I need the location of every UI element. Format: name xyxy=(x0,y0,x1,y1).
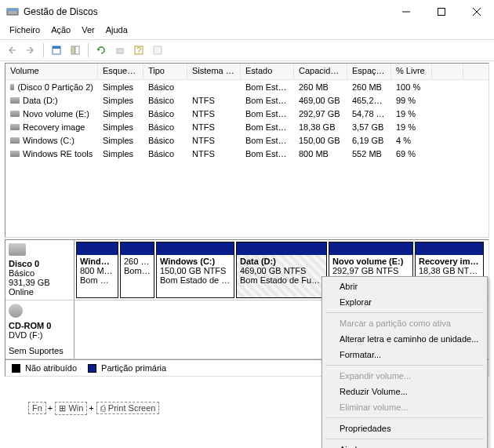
cell-layout: Simples xyxy=(98,148,143,159)
partition[interactable]: 260 MBBom Est xyxy=(120,242,154,298)
volume-name: Novo volume (E:) xyxy=(23,109,89,118)
cell-status: Bom Estad... xyxy=(241,108,294,119)
maximize-button[interactable] xyxy=(423,0,459,24)
forward-button[interactable] xyxy=(22,42,39,59)
partition[interactable]: Data (D:)469,00 GB NTFSBom Estado de Fun… xyxy=(236,242,327,298)
partition-status: Bom Estado de Func xyxy=(160,275,231,285)
volume-row[interactable]: (Disco 0 Partição 2)SimplesBásicoBom Est… xyxy=(5,80,489,93)
ctx-explore[interactable]: Explorar xyxy=(324,294,485,310)
volume-name: (Disco 0 Partição 2) xyxy=(17,82,93,92)
volume-list: Volume Esquema Tipo Sistema de ... Estad… xyxy=(5,63,489,238)
cell-status: Bom Estad... xyxy=(241,82,294,93)
back-button[interactable] xyxy=(3,42,20,59)
cell-layout: Simples xyxy=(98,122,143,133)
menu-file[interactable]: Ficheiro xyxy=(5,24,45,39)
properties-button[interactable] xyxy=(67,42,84,59)
close-button[interactable] xyxy=(459,0,494,24)
cell-capacity: 469,00 GB xyxy=(294,95,347,106)
partition[interactable]: Windows800 MB NBom Estac xyxy=(76,242,118,298)
partition-bar xyxy=(329,242,412,255)
ctx-change-letter[interactable]: Alterar letra e caminho de unidade... xyxy=(324,331,485,347)
cell-free: 3,57 GB xyxy=(347,122,391,133)
menu-view[interactable]: Ver xyxy=(77,24,100,39)
cell-free: 465,29 GB xyxy=(347,95,391,106)
ctx-format[interactable]: Formatar... xyxy=(324,347,485,362)
volume-icon xyxy=(10,124,20,130)
cell-type: Básico xyxy=(143,108,187,119)
volume-row[interactable]: Novo volume (E:)SimplesBásicoNTFSBom Est… xyxy=(5,107,489,120)
cell-fs: NTFS xyxy=(187,122,241,133)
disk-icon xyxy=(9,243,26,256)
rescan-button[interactable] xyxy=(93,42,110,59)
cell-capacity: 150,00 GB xyxy=(294,135,347,146)
partition-status: Bom Est xyxy=(124,266,151,275)
cdrom-sub: DVD (F:) xyxy=(9,330,71,340)
col-volume[interactable]: Volume xyxy=(5,64,98,79)
legend-primary: Partição primária xyxy=(101,363,166,373)
col-free[interactable]: Espaço ... xyxy=(347,64,391,79)
ctx-properties[interactable]: Propriedades xyxy=(324,421,485,436)
ctx-reduce[interactable]: Reduzir Volume... xyxy=(324,384,485,399)
ctx-open[interactable]: Abrir xyxy=(324,279,485,294)
help-button[interactable]: ? xyxy=(130,42,147,59)
col-capacity[interactable]: Capacidade xyxy=(294,64,347,79)
svg-rect-7 xyxy=(53,46,60,49)
volume-icon xyxy=(10,111,20,117)
partition-name: Windows (C:) xyxy=(160,257,231,266)
window-title: Gestão de Discos xyxy=(24,6,98,17)
volume-row[interactable]: Windows (C:)SimplesBásicoNTFSBom Estad..… xyxy=(5,133,489,147)
cell-pct: 4 % xyxy=(391,135,432,146)
partition-bar xyxy=(77,242,118,255)
volume-row[interactable]: Recovery imageSimplesBásicoNTFSBom Estad… xyxy=(5,120,489,133)
menu-bar: Ficheiro Ação Ver Ajuda xyxy=(0,24,494,39)
partition-name: Novo volume (E:) xyxy=(332,257,409,266)
key-fn: Fn xyxy=(28,402,46,414)
cell-free: 54,78 GB xyxy=(347,108,391,119)
partition-bar xyxy=(121,242,154,255)
cell-type: Básico xyxy=(143,95,187,106)
swatch-unallocated xyxy=(12,364,20,373)
volume-name: Data (D:) xyxy=(23,96,58,105)
minimize-button[interactable] xyxy=(388,0,423,24)
col-layout[interactable]: Esquema xyxy=(98,64,143,79)
volume-row[interactable]: Windows RE toolsSimplesBásicoNTFSBom Est… xyxy=(5,147,489,160)
legend-unallocated: Não atribuído xyxy=(25,363,77,373)
cdrom-header: CD-ROM 0 DVD (F:) Sem Suportes xyxy=(5,300,74,359)
cell-fs xyxy=(187,86,241,88)
key-hint: Fn+ ⊞ Win+ ⎙ Print Screen xyxy=(28,402,161,415)
refresh-button[interactable] xyxy=(48,42,65,59)
cell-layout: Simples xyxy=(98,95,143,106)
cell-type: Básico xyxy=(143,82,187,93)
col-pct[interactable]: % Livre xyxy=(391,64,432,79)
volume-row[interactable]: Data (D:)SimplesBásicoNTFSBom Estad...46… xyxy=(5,93,489,107)
partition-status: Bom Estado de Funcio xyxy=(240,275,323,285)
eject-button[interactable] xyxy=(111,42,129,59)
cell-pct: 19 % xyxy=(391,122,432,133)
partition-size: 18,38 GB NTFS xyxy=(419,266,480,275)
svg-rect-10 xyxy=(117,49,123,53)
partition-size: 469,00 GB NTFS xyxy=(240,266,323,275)
title-bar: Gestão de Discos xyxy=(0,0,494,24)
partition[interactable]: Windows (C:)150,00 GB NTFSBom Estado de … xyxy=(156,242,234,298)
disk-status: Online xyxy=(9,287,71,297)
col-status[interactable]: Estado xyxy=(241,64,294,79)
menu-help[interactable]: Ajuda xyxy=(101,24,133,39)
partition-status: Bom Estac xyxy=(80,275,114,285)
partition-name: Recovery image xyxy=(419,257,480,266)
disk-type: Básico xyxy=(9,268,71,278)
col-type[interactable]: Tipo xyxy=(143,64,187,79)
ctx-help[interactable]: Ajuda xyxy=(324,442,485,448)
cell-capacity: 18,38 GB xyxy=(294,122,347,133)
col-fs[interactable]: Sistema de ... xyxy=(187,64,241,79)
partition-bar xyxy=(237,242,326,255)
key-win: ⊞ Win xyxy=(55,402,87,415)
cell-pct: 99 % xyxy=(391,95,432,106)
volume-list-header[interactable]: Volume Esquema Tipo Sistema de ... Estad… xyxy=(5,64,489,80)
context-menu: Abrir Explorar Marcar a partição como at… xyxy=(321,276,488,448)
svg-rect-9 xyxy=(75,46,79,54)
menu-action[interactable]: Ação xyxy=(46,24,75,39)
settings-button[interactable] xyxy=(149,42,166,59)
ctx-expand: Expandir volume... xyxy=(324,368,485,384)
partition-name: Data (D:) xyxy=(240,257,323,266)
ctx-delete: Eliminar volume... xyxy=(324,399,485,415)
